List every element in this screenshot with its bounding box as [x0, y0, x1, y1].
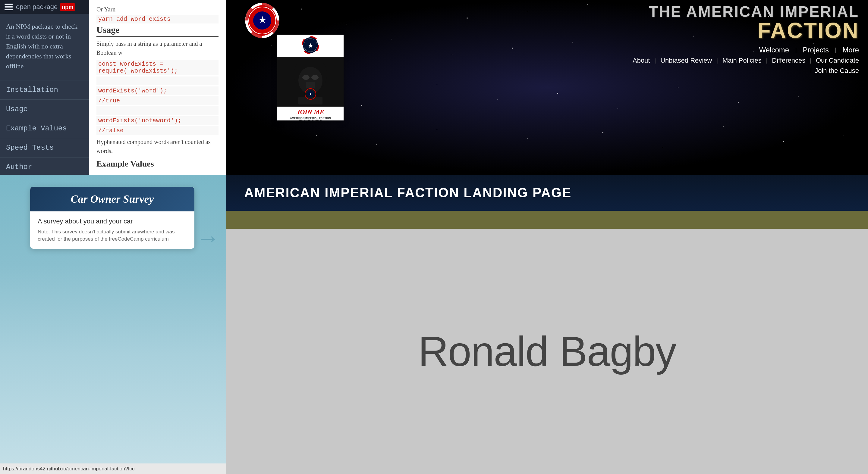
svg-point-1 — [301, 9, 302, 10]
aif-top-nav: Welcome | Projects | More — [759, 46, 859, 54]
svg-text:★: ★ — [258, 15, 267, 25]
svg-rect-52 — [306, 82, 315, 88]
sidebar: open package npm An NPM package to check… — [0, 0, 89, 175]
join-me-text: JOIN ME — [280, 108, 341, 116]
nav-main-policies[interactable]: Main Policies — [722, 57, 762, 64]
svg-point-13 — [392, 39, 392, 39]
open-package-label: open package — [16, 3, 58, 11]
sidebar-item-usage[interactable]: Usage — [0, 99, 89, 118]
bottom-right-panel: AMERICAN IMPERIAL FACTION LANDING PAGE R… — [226, 175, 868, 474]
sidebar-badge-area: open package npm — [16, 3, 75, 11]
nav-separator: | — [716, 58, 718, 64]
svg-rect-53 — [299, 97, 322, 104]
survey-body: A survey about you and your car Note: Th… — [30, 211, 194, 249]
aif-panel: ★ THE AMERICAN IMPERIAL FACTION Welcome … — [226, 0, 868, 175]
svg-point-11 — [271, 45, 272, 45]
aif-title-line2: FACTION — [757, 18, 859, 43]
poster-subtitle: AMERICAN IMPERIAL FACTION — [280, 116, 341, 120]
svg-point-32 — [376, 144, 377, 145]
table-header-word: Word — [96, 172, 167, 175]
svg-point-35 — [602, 132, 603, 133]
nav-separator: | — [835, 47, 836, 54]
svg-point-33 — [437, 129, 437, 130]
survey-note: Note: This survey doesn't actually submi… — [38, 228, 187, 243]
svg-point-28 — [738, 102, 739, 103]
nav-differences[interactable]: Differences — [772, 57, 805, 64]
svg-point-37 — [723, 126, 724, 127]
svg-point-36 — [663, 147, 663, 148]
poster-text-area: JOIN ME AMERICAN IMPERIAL FACTION ▐█▌▐▌ … — [277, 107, 344, 121]
nav-separator: | — [810, 58, 811, 64]
ronald-bagby-section: Ronald Bagby — [226, 229, 868, 474]
svg-point-27 — [678, 87, 678, 88]
sidebar-item-installation[interactable]: Installation — [0, 80, 89, 99]
svg-point-23 — [437, 84, 437, 84]
nav-projects[interactable]: Projects — [803, 46, 829, 54]
sidebar-item-author[interactable]: Author — [0, 157, 89, 176]
survey-card: Car Owner Survey A survey about you and … — [30, 187, 194, 249]
nav-about[interactable]: About — [632, 57, 650, 64]
sidebar-header: open package npm — [0, 0, 89, 14]
svg-point-24 — [497, 99, 498, 100]
imperial-emblem-icon: ★ — [244, 2, 280, 39]
svg-point-40 — [862, 150, 862, 151]
aif-join-nav: | Join the Cause — [810, 67, 859, 75]
usage-description: Simply pass in a string as a parameter a… — [96, 39, 218, 57]
svg-point-50 — [302, 75, 310, 80]
nav-more[interactable]: More — [842, 46, 859, 54]
aif-landing-title: AMERICAN IMPERIAL FACTION LANDING PAGE — [244, 185, 571, 200]
poster-emblem-icon: ★ — [301, 36, 319, 54]
example-values-heading: Example Values — [96, 159, 218, 169]
survey-header: Car Owner Survey — [30, 187, 194, 211]
svg-point-38 — [783, 141, 784, 142]
content-area: Or Yarn yarn add word-exists Usage Simpl… — [89, 0, 226, 175]
svg-point-25 — [557, 93, 558, 94]
svg-point-51 — [311, 75, 318, 80]
nav-our-candidate[interactable]: Our Candidate — [816, 57, 859, 64]
code-word-call: wordExists('word'); — [96, 87, 218, 95]
svg-point-31 — [316, 135, 317, 136]
svg-point-39 — [844, 135, 844, 136]
code-notaword-call: wordExists('notaword'); — [96, 116, 218, 125]
ronald-bagby-name: Ronald Bagby — [418, 327, 676, 376]
example-table: Word Output 'hello' true 'olleh' false '… — [96, 172, 218, 175]
nav-separator: | — [654, 58, 656, 64]
svg-point-26 — [618, 108, 618, 109]
left-panel: open package npm An NPM package to check… — [0, 0, 226, 175]
svg-point-49 — [299, 67, 322, 94]
code-false-comment: //false — [96, 126, 218, 135]
survey-title: Car Owner Survey — [39, 193, 185, 205]
table-header-output: Output — [167, 172, 218, 175]
svg-point-30 — [859, 105, 859, 106]
usage-heading: Usage — [96, 25, 218, 37]
aif-olive-bar — [226, 211, 868, 229]
sidebar-item-speed-tests[interactable]: Speed Tests — [0, 138, 89, 157]
nav-join-cause[interactable]: Join the Cause — [815, 67, 859, 75]
bottom-section: Car Owner Survey A survey about you and … — [0, 175, 868, 474]
nav-separator: | — [766, 58, 768, 64]
bottom-left-panel: Car Owner Survey A survey about you and … — [0, 175, 226, 474]
svg-text:★: ★ — [308, 43, 313, 49]
nav-unbiased-review[interactable]: Unbiased Review — [660, 57, 712, 64]
aif-background: ★ THE AMERICAN IMPERIAL FACTION Welcome … — [226, 0, 868, 175]
hamburger-icon[interactable] — [4, 4, 13, 10]
vader-helmet-area: ★ — [277, 57, 344, 107]
arrow-decoration: → — [196, 224, 220, 252]
status-bar: https://brandons42.github.io/american-im… — [0, 464, 226, 474]
code-blank2 — [96, 106, 218, 115]
nav-separator: | — [795, 47, 797, 54]
svg-point-2 — [346, 24, 347, 24]
poster-tagline: ▐█▌▐▌ ▌█▌▐▌ ▐█▌▐▌ — [280, 120, 341, 121]
svg-point-3 — [407, 6, 407, 6]
nav-welcome[interactable]: Welcome — [759, 46, 789, 54]
svg-text:★: ★ — [309, 92, 312, 96]
aif-logo: ★ — [244, 2, 280, 39]
npm-badge: npm — [60, 3, 75, 11]
svg-point-34 — [527, 138, 528, 139]
aif-poster: ★ — [277, 35, 344, 121]
yarn-command: yarn add word-exists — [96, 15, 218, 24]
svg-point-22 — [361, 105, 362, 106]
nav-separator: | — [810, 67, 812, 75]
survey-description: A survey about you and your car — [38, 217, 187, 225]
sidebar-item-example-values[interactable]: Example Values — [0, 118, 89, 138]
